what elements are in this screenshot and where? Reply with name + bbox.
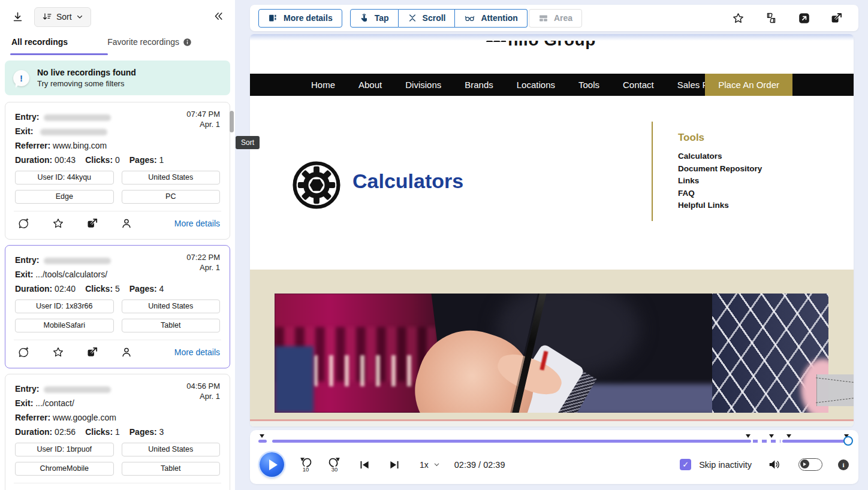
tools-menu-title: Tools bbox=[678, 132, 762, 144]
sidebar-scrollbar[interactable] bbox=[230, 111, 234, 132]
download-recordings-button[interactable] bbox=[10, 9, 26, 25]
tab-all-label: All recordings bbox=[11, 37, 68, 47]
copilot-summary-button[interactable] bbox=[15, 215, 32, 232]
copilot-summary-button[interactable] bbox=[15, 344, 32, 361]
collapse-sidebar-button[interactable] bbox=[211, 8, 227, 24]
recording-tags: User ID: 1brpuofUnited StatesChromeMobil… bbox=[15, 443, 220, 476]
tools-menu-calculators[interactable]: Calculators bbox=[678, 150, 762, 163]
skip-next-icon bbox=[388, 459, 400, 470]
more-details-link[interactable]: More details bbox=[174, 219, 220, 228]
user-sessions-button[interactable] bbox=[118, 215, 135, 232]
play-button[interactable] bbox=[260, 452, 284, 477]
recording-time: 04:56 PM bbox=[186, 381, 220, 391]
recording-tag: United States bbox=[122, 300, 221, 313]
person-icon bbox=[120, 217, 132, 229]
area-overlay-button[interactable]: Area bbox=[529, 9, 582, 28]
copilot-summary-button[interactable] bbox=[15, 487, 32, 490]
share-icon bbox=[830, 12, 843, 25]
person-icon bbox=[120, 346, 132, 358]
exit-label: Exit: bbox=[15, 126, 33, 136]
nav-divisions[interactable]: Divisions bbox=[405, 80, 441, 90]
timeline-event-marker[interactable] bbox=[260, 434, 264, 438]
open-window-icon bbox=[798, 12, 810, 25]
favorite-star-button[interactable] bbox=[50, 215, 67, 232]
redacted-entry-url bbox=[44, 258, 111, 264]
photo-layer bbox=[275, 346, 314, 413]
more-details-link[interactable]: More details bbox=[174, 347, 220, 357]
favorite-star-button[interactable] bbox=[50, 344, 67, 361]
timeline-event-marker[interactable] bbox=[769, 434, 774, 438]
more-details-button[interactable]: More details bbox=[258, 9, 342, 28]
volume-button[interactable] bbox=[765, 456, 783, 473]
site-navbar: Home About Divisions Brands Locations To… bbox=[250, 74, 854, 96]
speed-value: 1x bbox=[420, 460, 429, 470]
info-icon bbox=[183, 38, 192, 47]
recording-card[interactable]: 07:47 PM Apr. 1 Entry: Exit: Referrer: w… bbox=[5, 102, 230, 240]
sort-icon bbox=[42, 12, 52, 22]
favorite-recording-button[interactable] bbox=[730, 10, 747, 27]
star-icon bbox=[52, 217, 64, 229]
share-button[interactable] bbox=[84, 215, 101, 232]
feedback-button[interactable] bbox=[762, 9, 780, 27]
clicks-value: 1 bbox=[115, 427, 120, 437]
attention-glasses-icon bbox=[464, 13, 475, 23]
tap-overlay-button[interactable]: Tap bbox=[350, 9, 399, 28]
photo-layer bbox=[314, 355, 413, 386]
nav-home[interactable]: Home bbox=[311, 80, 335, 90]
tools-menu-document-repository[interactable]: Document Repository bbox=[678, 163, 762, 176]
tools-menu-links[interactable]: Links bbox=[678, 175, 762, 187]
timeline-track[interactable] bbox=[258, 440, 849, 443]
recording-card[interactable]: 07:22 PM Apr. 1 Entry: Exit: .../tools/c… bbox=[5, 245, 230, 368]
nav-contact[interactable]: Contact bbox=[623, 80, 654, 90]
open-in-new-window-button[interactable] bbox=[795, 10, 813, 27]
share-button[interactable] bbox=[84, 344, 101, 361]
duration-value: 02:56 bbox=[55, 427, 76, 437]
nav-about[interactable]: About bbox=[358, 80, 382, 90]
exit-label: Exit: bbox=[15, 398, 33, 408]
skip-inactivity-checkbox[interactable]: ✓ bbox=[680, 459, 691, 470]
tab-all-recordings[interactable]: All recordings bbox=[10, 34, 69, 55]
player-info-icon[interactable]: i bbox=[838, 459, 849, 470]
user-sessions-button[interactable] bbox=[118, 487, 135, 490]
tab-favorites-label: Favorite recordings bbox=[107, 37, 179, 47]
sort-button[interactable]: Sort bbox=[34, 7, 91, 27]
nav-brands[interactable]: Brands bbox=[465, 80, 493, 90]
forward-30-button[interactable]: 30 bbox=[327, 457, 342, 473]
share-recording-button[interactable] bbox=[828, 10, 845, 27]
timeline-playhead[interactable] bbox=[843, 436, 853, 446]
duration-label: Duration: bbox=[15, 427, 52, 437]
recording-card[interactable]: 04:56 PM Apr. 1 Entry: Exit: .../contact… bbox=[5, 374, 230, 490]
recording-date: Apr. 1 bbox=[186, 262, 220, 273]
referrer-label: Referrer: bbox=[15, 413, 50, 422]
replay-toolbar: More details Tap Scroll Attention Area bbox=[250, 5, 858, 31]
nav-locations[interactable]: Locations bbox=[517, 80, 555, 90]
rewind-10-button[interactable]: 10 bbox=[299, 457, 313, 473]
overlay-mode-group: Tap Scroll Attention bbox=[350, 9, 528, 28]
tools-menu-helpful-links[interactable]: Helpful Links bbox=[678, 199, 762, 212]
download-icon bbox=[12, 11, 23, 23]
nav-tools[interactable]: Tools bbox=[578, 80, 599, 90]
playback-time: 02:39 / 02:39 bbox=[454, 460, 505, 470]
tools-menu-faq[interactable]: FAQ bbox=[678, 187, 762, 200]
toolbar-right-actions bbox=[730, 9, 850, 27]
favorite-star-button[interactable] bbox=[50, 487, 67, 490]
scroll-overlay-button[interactable]: Scroll bbox=[399, 9, 456, 28]
more-details-label: More details bbox=[284, 13, 333, 23]
tap-icon bbox=[360, 13, 369, 23]
next-recording-button[interactable] bbox=[385, 457, 403, 473]
attention-overlay-button[interactable]: Attention bbox=[455, 9, 527, 28]
previous-recording-button[interactable] bbox=[356, 457, 373, 473]
nav-place-an-order[interactable]: Place An Order bbox=[705, 74, 792, 96]
autoplay-toggle[interactable] bbox=[798, 458, 822, 471]
timeline-event-marker[interactable] bbox=[786, 434, 791, 438]
page-banner-section bbox=[250, 270, 854, 419]
redacted-exit-url bbox=[40, 129, 107, 135]
replay-viewport: hilo Group Home About Divisions Brands L… bbox=[250, 34, 854, 427]
timeline-event-marker[interactable] bbox=[746, 434, 751, 438]
exit-url: .../contact/ bbox=[35, 398, 74, 408]
play-icon bbox=[269, 459, 278, 470]
playback-speed-dropdown[interactable]: 1x bbox=[420, 460, 440, 470]
tab-favorite-recordings[interactable]: Favorite recordings bbox=[106, 34, 193, 55]
share-button[interactable] bbox=[84, 487, 101, 490]
user-sessions-button[interactable] bbox=[118, 344, 135, 361]
